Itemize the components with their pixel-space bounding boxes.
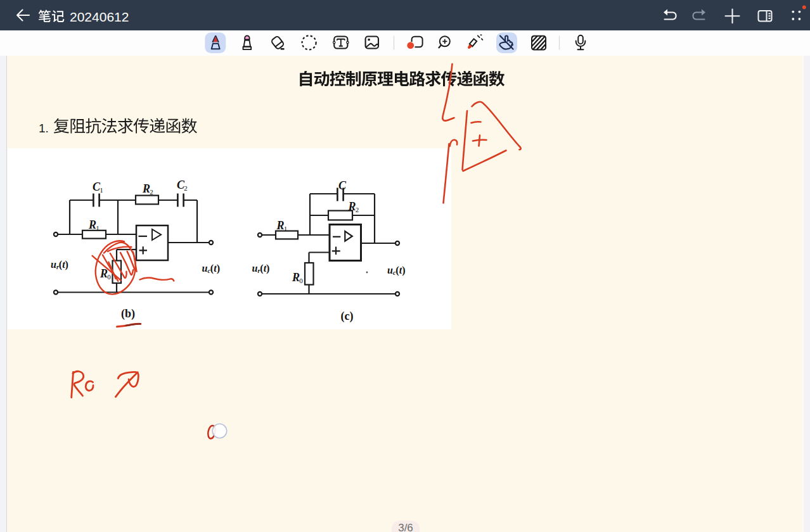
svg-text:ur(t): ur(t) <box>252 263 270 274</box>
svg-text:R: R <box>292 271 300 284</box>
svg-text:2: 2 <box>184 184 188 192</box>
svg-text:1: 1 <box>96 224 100 232</box>
svg-text:1: 1 <box>100 186 103 194</box>
svg-text:R: R <box>88 218 96 231</box>
svg-text:2: 2 <box>356 206 359 213</box>
svg-text:uc(t): uc(t) <box>202 263 220 274</box>
svg-text:R: R <box>276 219 285 232</box>
svg-text:2: 2 <box>150 188 153 196</box>
svg-text:1: 1 <box>284 225 288 232</box>
svg-text:0: 0 <box>299 277 303 284</box>
svg-text:(c): (c) <box>341 310 354 323</box>
svg-text:C: C <box>338 179 347 192</box>
svg-text:ur(t): ur(t) <box>51 259 68 270</box>
svg-text:uc(t): uc(t) <box>387 265 405 276</box>
svg-text:1.: 1. <box>39 122 49 135</box>
svg-text:R: R <box>100 267 108 280</box>
svg-text:R: R <box>142 182 150 195</box>
svg-text:20240612: 20240612 <box>70 10 129 24</box>
svg-text:R: R <box>348 200 356 213</box>
svg-text:(b): (b) <box>121 307 135 320</box>
svg-text:0: 0 <box>107 273 111 281</box>
